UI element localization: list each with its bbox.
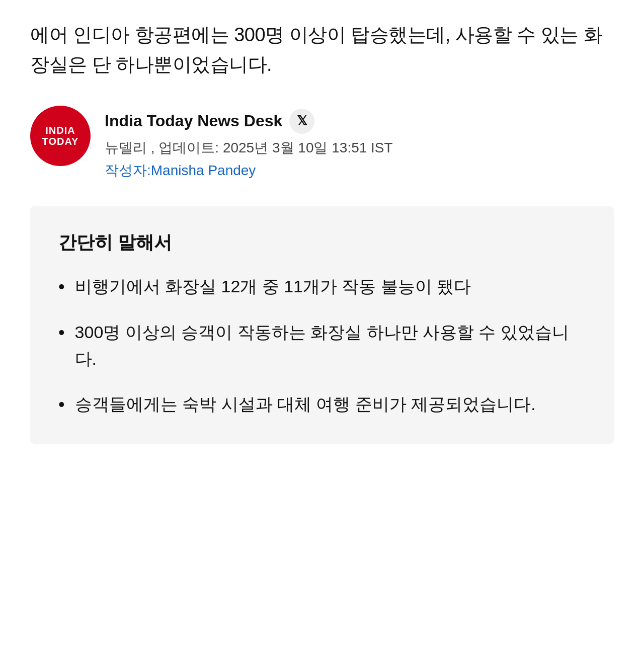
author-block: INDIA TODAY India Today News Desk 𝕏 뉴델리 … bbox=[30, 106, 614, 180]
author-info: India Today News Desk 𝕏 뉴델리 , 업데이트: 2025… bbox=[105, 106, 393, 180]
x-social-icon-wrapper[interactable]: 𝕏 bbox=[289, 109, 314, 134]
bullet-icon: • bbox=[58, 320, 65, 345]
intro-text: 에어 인디아 항공편에는 300명 이상이 탑승했는데, 사용할 수 있는 화장… bbox=[30, 20, 614, 79]
summary-title: 간단히 말해서 bbox=[58, 230, 586, 255]
bullet-icon: • bbox=[58, 392, 65, 417]
written-by-author[interactable]: Manisha Pandey bbox=[151, 163, 256, 178]
written-by-prefix: 작성자: bbox=[105, 163, 151, 178]
bullet-text: 비행기에서 화장실 12개 중 11개가 작동 불능이 됐다 bbox=[75, 273, 586, 300]
page-wrapper: 에어 인디아 항공편에는 300명 이상이 탑승했는데, 사용할 수 있는 화장… bbox=[0, 0, 644, 474]
bullet-text: 300명 이상의 승객이 작동하는 화장실 하나만 사용할 수 있었습니다. bbox=[75, 319, 586, 372]
bullet-icon: • bbox=[58, 274, 65, 299]
summary-list: • 비행기에서 화장실 12개 중 11개가 작동 불능이 됐다 • 300명 … bbox=[58, 273, 586, 418]
logo-text-india: INDIA bbox=[45, 125, 75, 136]
x-social-icon: 𝕏 bbox=[297, 113, 307, 129]
author-name-row: India Today News Desk 𝕏 bbox=[105, 109, 393, 134]
bullet-text: 승객들에게는 숙박 시설과 대체 여행 준비가 제공되었습니다. bbox=[75, 391, 586, 418]
india-today-logo: INDIA TODAY bbox=[30, 106, 91, 166]
list-item: • 300명 이상의 승객이 작동하는 화장실 하나만 사용할 수 있었습니다. bbox=[58, 319, 586, 372]
author-name: India Today News Desk bbox=[105, 112, 282, 130]
list-item: • 비행기에서 화장실 12개 중 11개가 작동 불능이 됐다 bbox=[58, 273, 586, 300]
list-item: • 승객들에게는 숙박 시설과 대체 여행 준비가 제공되었습니다. bbox=[58, 391, 586, 418]
author-written-by-line: 작성자:Manisha Pandey bbox=[105, 160, 393, 180]
summary-box: 간단히 말해서 • 비행기에서 화장실 12개 중 11개가 작동 불능이 됐다… bbox=[30, 206, 614, 444]
logo-text-today: TODAY bbox=[42, 136, 79, 147]
author-location: 뉴델리 , 업데이트: 2025년 3월 10일 13:51 IST bbox=[105, 138, 393, 157]
